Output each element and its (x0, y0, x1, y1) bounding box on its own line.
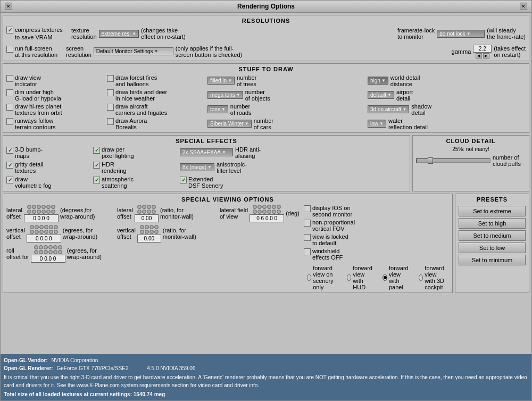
lat-offset2-input[interactable]: 0.00 (135, 214, 159, 222)
radio-scenery-btn[interactable] (307, 274, 311, 281)
fx-bumps: 3-D bump-maps (6, 146, 89, 159)
renderer-value: GeForce GTX 770/PCIe/SSE2 (56, 365, 128, 371)
cloud-slider[interactable] (416, 158, 491, 163)
roads-dropdown[interactable]: tons▼ (207, 105, 228, 113)
airport-row: default▼ airportdetail (368, 89, 526, 102)
fx-col3: 2x SSAA+FXAA▼ HDR anti-aliasing 8x (mega… (180, 146, 406, 189)
viewing-col3: lateral fieldof view 0 6 0.0 0 (220, 205, 302, 263)
knob3[interactable] (37, 205, 41, 209)
framerate-lock-dropdown[interactable]: do not lock ▼ (437, 30, 485, 38)
gamma-down[interactable]: ◀ (476, 53, 482, 59)
fx-col1: 3-D bump-maps gritty detailtextures draw… (6, 146, 89, 189)
main-content: RESOLUTIONS compress texturesto save VRA… (1, 13, 531, 354)
cloud-slider-row: number ofcloud puffs (416, 154, 526, 167)
screen-resolution-label: screenresolution (66, 45, 92, 58)
lat-offset1-input[interactable]: 0 0.0 0 (24, 214, 59, 222)
main-window: ✕ Rendering Options ✕ RESOLUTIONS compre… (0, 0, 532, 401)
bumps-cb[interactable] (6, 147, 13, 154)
fires-cb[interactable] (107, 75, 114, 82)
framerate-lock-note: (will steadythe frame-rate) (487, 27, 526, 40)
hdr-aa-row: 2x SSAA+FXAA▼ HDR anti-aliasing (180, 146, 406, 159)
fog-cb[interactable] (6, 177, 13, 183)
stuff-item-aurora: draw AuroraBorealis (107, 118, 205, 130)
nonprop-fov-cb: non-proportionalvertical FOV (304, 219, 449, 232)
gamma-note: (takes effecton restart) (494, 45, 526, 58)
runways-cb[interactable] (6, 118, 13, 125)
preset-extreme[interactable]: Set to extreme (459, 206, 526, 216)
radio-hud-btn[interactable] (347, 274, 352, 281)
birds-cb[interactable] (107, 89, 114, 96)
close-button-right[interactable]: ✕ (520, 3, 527, 10)
knob10[interactable] (41, 210, 46, 214)
locked-cb[interactable] (304, 234, 311, 241)
carriers-cb[interactable] (107, 104, 114, 111)
draw-view-cb[interactable] (6, 75, 13, 82)
compress-textures-checkbox[interactable] (6, 27, 13, 34)
dsf-cb[interactable] (180, 177, 187, 183)
screen-resolution-dropdown[interactable]: Default Monitor Settings ▼ (94, 47, 173, 55)
hdr-aa-dropdown[interactable]: 2x SSAA+FXAA▼ (180, 148, 233, 156)
cloud-slider-label: 25%: not many! (416, 146, 526, 152)
knob2[interactable] (32, 205, 36, 209)
viewing-options-section: SPECIAL VIEWING OPTIONS lateraloffset (3, 194, 453, 293)
preset-medium[interactable]: Set to medium (459, 230, 526, 241)
nonprop-cb[interactable] (304, 220, 311, 227)
presets-title: PRESETS (459, 196, 526, 203)
hires-cb[interactable] (6, 104, 13, 111)
knob1[interactable] (27, 205, 31, 209)
knob6[interactable] (51, 205, 55, 209)
world-detail-dropdown[interactable]: high▼ (368, 77, 388, 85)
roll-offset-input[interactable]: 0 0.0 0 (31, 255, 65, 263)
gamma-label: gamma (452, 48, 471, 55)
aniso-row: 8x (mega)▼ anisotropic-filter level (180, 161, 406, 174)
knob5[interactable] (46, 205, 51, 209)
knob7[interactable] (27, 210, 31, 214)
vert-offset2-input[interactable]: 0.00 (137, 235, 161, 243)
objects-dropdown[interactable]: mega tons▼ (207, 91, 243, 99)
fov-input[interactable]: 0 6 0.0 0 (250, 214, 284, 222)
knob12[interactable] (51, 210, 55, 214)
vert-offset1-input[interactable]: 0 0.0 0 (27, 235, 61, 243)
cloud-slider-thumb[interactable] (428, 157, 433, 164)
preset-high[interactable]: Set to high (459, 218, 526, 229)
water-dropdown[interactable]: low▼ (368, 120, 386, 128)
windshield-cb-box[interactable] (304, 248, 311, 255)
knob11[interactable] (46, 210, 51, 214)
fx-gritty: gritty detailtextures (6, 161, 89, 174)
pixel-cb[interactable] (93, 147, 100, 154)
texture-resolution-dropdown[interactable]: extreme res! ▼ (99, 30, 139, 38)
framerate-lock-label: framerate-lockto monitor (397, 27, 435, 40)
gamma-input[interactable]: 2.2 (473, 45, 492, 53)
status-texture-size: Total size of all loaded textures at cur… (4, 390, 528, 398)
knob9[interactable] (37, 210, 41, 214)
gritty-cb[interactable] (6, 162, 13, 169)
aurora-cb[interactable] (107, 118, 114, 125)
aniso-dropdown[interactable]: 8x (mega)▼ (180, 163, 214, 171)
screen-resolution-group: screenresolution Default Monitor Setting… (66, 45, 242, 58)
airport-dropdown[interactable]: default▼ (368, 91, 394, 99)
close-button[interactable]: ✕ (5, 3, 12, 10)
screen-resolution-note: (only applies if the full-screen button … (176, 45, 242, 58)
vert-offset-2: verticaloffset 0.00 (ratio, formonitor-w… (117, 225, 218, 243)
framerate-lock-group: framerate-lockto monitor do not lock ▼ (… (397, 27, 526, 40)
hdr-cb[interactable] (93, 162, 100, 169)
atmo-cb[interactable] (93, 177, 100, 183)
roll-offset: rolloffset for 0 0.0 0 (egrees (6, 245, 115, 263)
preset-low[interactable]: Set to low (459, 243, 526, 253)
shadow-dropdown[interactable]: 3d on aircraft▼ (368, 105, 409, 113)
radio-3d-btn[interactable] (419, 274, 423, 281)
fx-fog: drawvolumetric fog (6, 176, 89, 189)
radio-panel-btn[interactable] (383, 274, 387, 281)
roads-row: tons▼ numberof roads (207, 103, 365, 116)
knob4[interactable] (41, 205, 46, 209)
knob8[interactable] (32, 210, 36, 214)
fullscreen-checkbox[interactable] (6, 46, 13, 53)
dim-cb[interactable] (6, 89, 13, 96)
viewing-col4: display IOS onsecond monitor non-proport… (304, 205, 449, 263)
preset-minimum[interactable]: Set to minimum (459, 255, 526, 265)
gamma-up[interactable]: ▶ (483, 53, 489, 59)
cars-dropdown[interactable]: Siberia Winter▼ (207, 120, 252, 128)
ios-cb[interactable] (304, 205, 311, 212)
trees-dropdown[interactable]: filled in▼ (207, 77, 235, 85)
version-value: 4.5.0 NVIDIA 359.06 (147, 365, 195, 371)
